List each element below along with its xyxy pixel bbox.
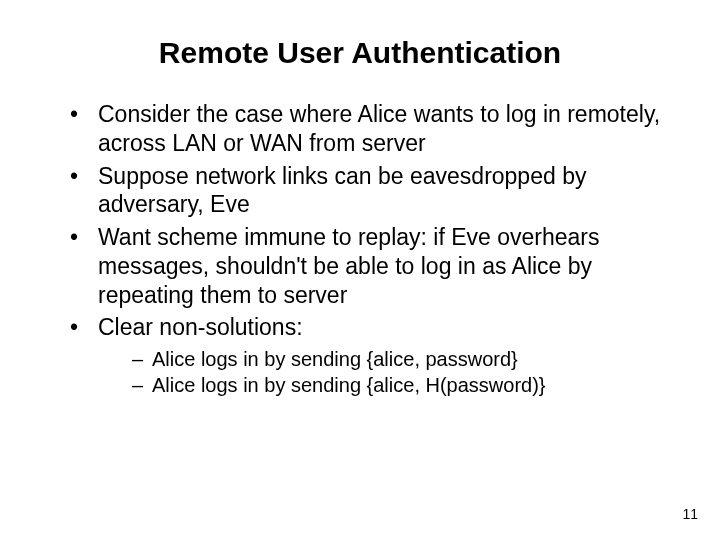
bullet-list: Consider the case where Alice wants to l… xyxy=(0,100,720,398)
sub-bullet-list: Alice logs in by sending {alice, passwor… xyxy=(98,346,676,398)
bullet-item: Want scheme immune to replay: if Eve ove… xyxy=(70,223,676,309)
page-number: 11 xyxy=(682,506,698,522)
sub-bullet-item: Alice logs in by sending {alice, H(passw… xyxy=(132,372,676,398)
sub-bullet-item: Alice logs in by sending {alice, passwor… xyxy=(132,346,676,372)
bullet-item: Consider the case where Alice wants to l… xyxy=(70,100,676,158)
bullet-item: Clear non-solutions: Alice logs in by se… xyxy=(70,313,676,398)
bullet-text: Clear non-solutions: xyxy=(98,314,303,340)
slide-title: Remote User Authentication xyxy=(0,0,720,100)
slide: Remote User Authentication Consider the … xyxy=(0,0,720,540)
bullet-item: Suppose network links can be eavesdroppe… xyxy=(70,162,676,220)
